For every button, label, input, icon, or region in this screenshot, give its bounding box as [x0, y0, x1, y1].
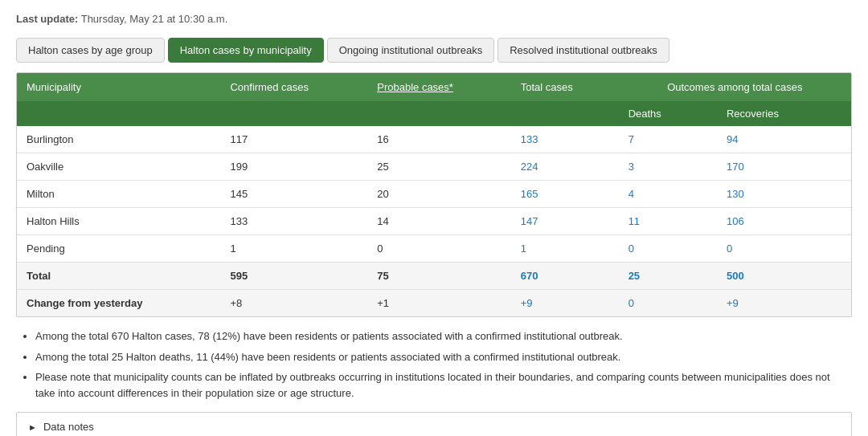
tab-bar: Halton cases by age group Halton cases b… [16, 38, 852, 63]
probable-cases-link[interactable]: Probable cases* [377, 81, 453, 93]
cell-recoveries: 0 [717, 235, 851, 263]
cell-recoveries: 130 [717, 181, 851, 208]
cell-deaths: 4 [619, 181, 717, 208]
cell-total: 224 [511, 153, 619, 181]
cell-deaths: 0 [619, 235, 717, 263]
total-row: Total 595 75 670 25 500 [17, 263, 851, 290]
cell-confirmed: 145 [220, 181, 367, 208]
cell-recoveries: 94 [717, 126, 851, 153]
data-notes-label: Data notes [43, 421, 94, 433]
cell-probable: 16 [367, 126, 510, 153]
cell-total-deaths: 25 [619, 263, 717, 290]
cell-deaths: 3 [619, 153, 717, 181]
tab-municipality[interactable]: Halton cases by municipality [168, 38, 324, 63]
cell-probable: 0 [367, 235, 510, 263]
col-header-deaths: Deaths [619, 101, 717, 126]
data-notes-accordion[interactable]: ► Data notes [16, 412, 852, 436]
tab-age-group[interactable]: Halton cases by age group [16, 38, 165, 63]
note-item: Among the total 670 Halton cases, 78 (12… [35, 328, 852, 344]
data-table: Municipality Confirmed cases Probable ca… [17, 73, 851, 316]
table-row: Burlington 117 16 133 7 94 [17, 126, 851, 153]
cell-total: 165 [511, 181, 619, 208]
col-header-confirmed: Confirmed cases [220, 73, 367, 101]
col-header-probable: Probable cases* [367, 73, 510, 101]
table-row: Pending 1 0 1 0 0 [17, 235, 851, 263]
cell-probable: 14 [367, 208, 510, 235]
table-row: Oakville 199 25 224 3 170 [17, 153, 851, 181]
change-row: Change from yesterday +8 +1 +9 0 +9 [17, 290, 851, 317]
last-update-label: Last update: [16, 13, 78, 25]
cell-confirmed: 133 [220, 208, 367, 235]
note-item: Please note that municipality counts can… [35, 369, 852, 401]
cell-municipality: Burlington [17, 126, 220, 153]
cell-total: 1 [511, 235, 619, 263]
cell-confirmed: 117 [220, 126, 367, 153]
note-item: Among the total 25 Halton deaths, 11 (44… [35, 349, 852, 365]
cell-change-label: Change from yesterday [17, 290, 220, 317]
cell-total: 147 [511, 208, 619, 235]
cell-total: 133 [511, 126, 619, 153]
cell-recoveries: 170 [717, 153, 851, 181]
cell-probable: 20 [367, 181, 510, 208]
tab-resolved[interactable]: Resolved institutional outbreaks [497, 38, 669, 63]
last-update: Last update: Thursday, May 21 at 10:30 a… [16, 13, 852, 25]
data-table-container: Municipality Confirmed cases Probable ca… [16, 72, 852, 317]
cell-deaths: 11 [619, 208, 717, 235]
cell-total-confirmed: 595 [220, 263, 367, 290]
cell-municipality: Halton Hills [17, 208, 220, 235]
cell-municipality: Pending [17, 235, 220, 263]
cell-confirmed: 1 [220, 235, 367, 263]
col-header-outcomes: Outcomes among total cases [619, 73, 851, 101]
cell-confirmed: 199 [220, 153, 367, 181]
cell-change-confirmed: +8 [220, 290, 367, 317]
accordion-arrow-icon: ► [28, 422, 37, 432]
cell-change-deaths: 0 [619, 290, 717, 317]
cell-change-recoveries: +9 [717, 290, 851, 317]
table-row: Halton Hills 133 14 147 11 106 [17, 208, 851, 235]
cell-change-probable: +1 [367, 290, 510, 317]
col-header-municipality: Municipality [17, 73, 220, 101]
col-header-recoveries: Recoveries [717, 101, 851, 126]
cell-total-probable: 75 [367, 263, 510, 290]
cell-probable: 25 [367, 153, 510, 181]
table-row: Milton 145 20 165 4 130 [17, 181, 851, 208]
notes-section: Among the total 670 Halton cases, 78 (12… [16, 328, 852, 401]
cell-municipality: Oakville [17, 153, 220, 181]
cell-change-total: +9 [511, 290, 619, 317]
cell-total-total: 670 [511, 263, 619, 290]
last-update-date: Thursday, May 21 at 10:30 a.m. [81, 13, 228, 25]
tab-ongoing[interactable]: Ongoing institutional outbreaks [327, 38, 495, 63]
cell-municipality: Milton [17, 181, 220, 208]
cell-recoveries: 106 [717, 208, 851, 235]
col-header-total: Total cases [511, 73, 619, 101]
cell-total-label: Total [17, 263, 220, 290]
cell-total-recoveries: 500 [717, 263, 851, 290]
cell-deaths: 7 [619, 126, 717, 153]
notes-list: Among the total 670 Halton cases, 78 (12… [16, 328, 852, 401]
